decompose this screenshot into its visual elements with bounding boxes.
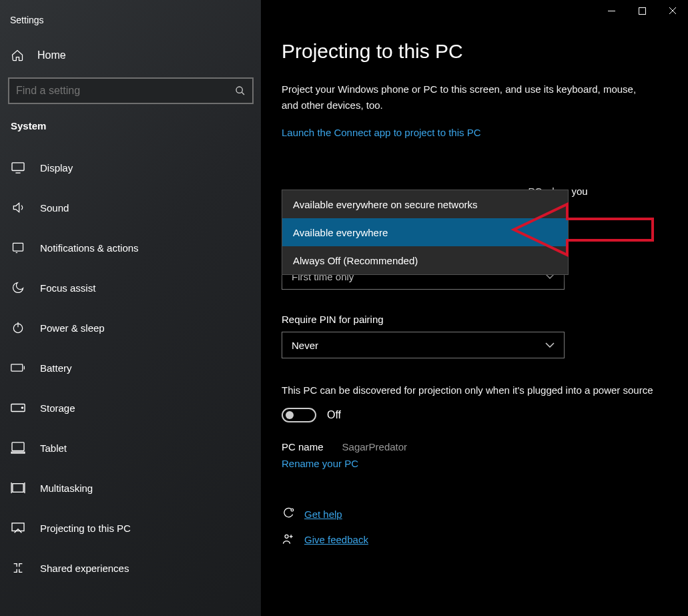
search-box[interactable] [8,77,254,104]
svg-point-6 [21,407,23,408]
discover-toggle[interactable] [282,408,316,422]
svg-rect-1 [12,163,24,171]
projecting-icon [11,522,25,534]
dropdown-option-everywhere[interactable]: Available everywhere [282,218,568,246]
rename-pc-link[interactable]: Rename your PC [282,458,668,469]
svg-rect-9 [13,484,23,493]
require-pin-label: Require PIN for pairing [282,314,668,325]
nav-list: Display Sound Notifications & actions Fo… [0,147,262,588]
discover-text: This PC can be discovered for projection… [282,382,655,398]
sound-icon [11,201,25,214]
svg-rect-12 [639,7,645,14]
sidebar-item-label: Storage [40,402,75,414]
close-button[interactable] [657,0,688,21]
svg-point-13 [291,509,294,511]
description: Project your Windows phone or PC to this… [282,81,655,113]
sidebar-item-label: Power & sleep [40,322,105,334]
home-icon [11,49,24,62]
home-nav[interactable]: Home [0,25,262,68]
shared-icon [11,561,25,575]
pcname-label: PC name [282,441,324,452]
dropdown-value: Never [292,340,318,351]
sidebar-item-sound[interactable]: Sound [0,188,262,228]
sidebar-item-focus[interactable]: Focus assist [0,268,262,308]
chevron-down-icon [545,342,555,348]
option-label: Available everywhere on secure networks [293,199,478,210]
toggle-state: Off [327,409,341,421]
notifications-icon [11,241,25,254]
option-label: Available everywhere [293,227,388,238]
svg-rect-2 [13,243,23,251]
sidebar-item-storage[interactable]: Storage [0,388,262,428]
launch-connect-link[interactable]: Launch the Connect app to project to thi… [282,127,668,138]
dropdown-option-secure[interactable]: Available everywhere on secure networks [282,190,568,218]
window-controls [596,0,688,21]
sidebar: Settings Home System Display Sound [0,0,262,616]
sidebar-item-power[interactable]: Power & sleep [0,308,262,348]
availability-dropdown-menu: Available everywhere on secure networks … [282,190,569,275]
sidebar-item-label: Sound [40,202,69,214]
sidebar-item-battery[interactable]: Battery [0,348,262,388]
tablet-icon [11,442,25,454]
sidebar-item-notifications[interactable]: Notifications & actions [0,228,262,268]
svg-point-0 [236,87,242,93]
home-label: Home [37,49,66,61]
main-panel: Projecting to this PC Project your Windo… [262,0,688,616]
get-help-link[interactable]: Get help [304,509,342,520]
battery-icon [11,363,25,372]
sidebar-item-shared[interactable]: Shared experiences [0,548,262,588]
svg-point-14 [285,535,288,538]
sidebar-item-label: Display [40,162,73,174]
feedback-icon [282,533,295,546]
give-feedback-link[interactable]: Give feedback [304,534,368,545]
svg-rect-4 [11,364,23,371]
section-header: System [0,104,262,131]
sidebar-item-label: Battery [40,362,72,374]
svg-rect-11 [608,11,615,11]
sidebar-item-label: Focus assist [40,282,95,294]
sidebar-item-label: Multitasking [40,483,93,494]
maximize-button[interactable] [627,0,657,21]
sidebar-item-label: Shared experiences [40,563,129,574]
dropdown-option-off[interactable]: Always Off (Recommended) [282,246,568,274]
search-input[interactable] [16,85,216,97]
app-title: Settings [0,0,262,25]
svg-rect-8 [11,452,25,453]
display-icon [11,162,25,174]
minimize-button[interactable] [596,0,627,21]
storage-icon [11,403,25,412]
pcname-value: SagarPredator [342,441,408,452]
svg-rect-7 [12,442,24,451]
require-pin-dropdown[interactable]: Never [282,332,565,358]
search-icon [235,85,246,96]
option-label: Always Off (Recommended) [293,255,418,266]
power-icon [11,321,25,334]
multitasking-icon [11,482,25,494]
help-icon [282,507,295,521]
focus-icon [11,281,25,294]
sidebar-item-projecting[interactable]: Projecting to this PC [0,508,262,548]
sidebar-item-multitasking[interactable]: Multitasking [0,468,262,508]
sidebar-item-label: Tablet [40,442,67,454]
sidebar-item-label: Projecting to this PC [40,523,131,534]
sidebar-item-display[interactable]: Display [0,147,262,188]
sidebar-item-label: Notifications & actions [40,242,139,254]
sidebar-item-tablet[interactable]: Tablet [0,428,262,468]
